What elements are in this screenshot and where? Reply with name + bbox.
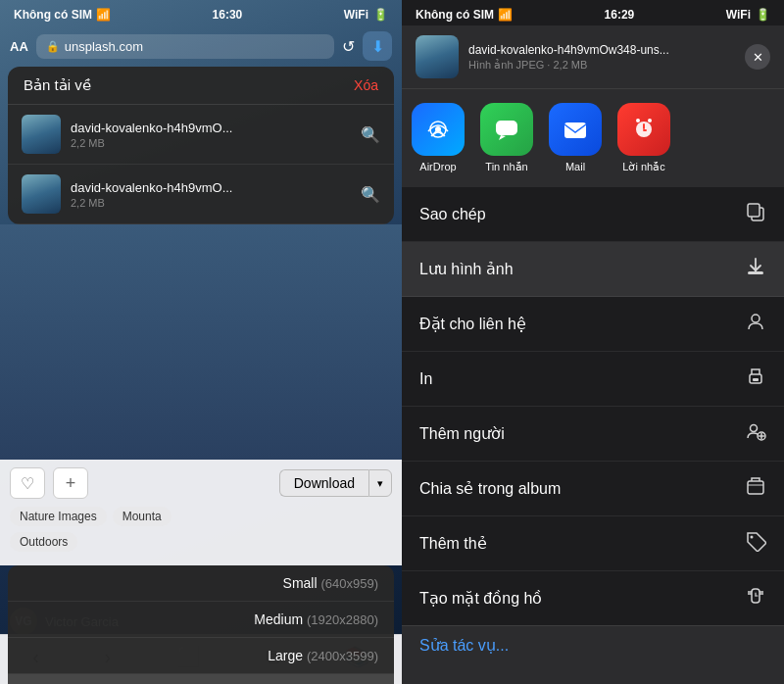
download-name-2: david-kovalenko-h4h9vmO... xyxy=(71,180,351,195)
tag-mountain[interactable]: Mounta xyxy=(113,507,172,526)
action-watch-label: Tạo mặt đồng hồ xyxy=(419,589,542,608)
action-album-label: Chia sẻ trong album xyxy=(419,479,561,498)
svg-rect-7 xyxy=(643,123,645,129)
svg-rect-19 xyxy=(748,481,763,494)
size-small-dims: (640x959) xyxy=(320,576,378,591)
search-download-2-button[interactable]: 🔍 xyxy=(361,185,380,204)
svg-rect-11 xyxy=(748,271,763,274)
action-print[interactable]: In xyxy=(402,352,784,407)
download-arrow-icon: ⬇ xyxy=(371,37,384,56)
delete-button[interactable]: Xóa xyxy=(354,77,378,93)
download-main-button[interactable]: Download xyxy=(279,469,368,497)
size-large-label: Large xyxy=(268,648,303,663)
share-apps-row: AirDrop Tin nhắn Mail xyxy=(402,89,784,187)
share-header: david-kovalenko-h4h9vmOw348-uns... Hình … xyxy=(402,25,784,89)
svg-point-12 xyxy=(752,315,760,322)
action-add-person[interactable]: Thêm người xyxy=(402,407,784,462)
page-background xyxy=(0,224,402,460)
right-status-bar: Không có SIM 📶 16:29 WiFi 🔋 xyxy=(402,0,784,25)
action-save-image[interactable]: Lưu hình ảnh xyxy=(402,242,784,297)
share-bottom: Sửa tác vụ... xyxy=(402,625,784,684)
action-copy[interactable]: Sao chép xyxy=(402,187,784,242)
size-medium-label: Medium xyxy=(254,611,303,627)
share-app-messages[interactable]: Tin nhắn xyxy=(480,103,533,173)
action-assign-contact[interactable]: Đặt cho liên hệ xyxy=(402,297,784,352)
svg-rect-2 xyxy=(496,121,517,135)
copy-icon xyxy=(745,201,766,227)
share-app-mail[interactable]: Mail xyxy=(549,103,602,173)
tag-outdoors[interactable]: Outdoors xyxy=(10,532,77,552)
right-panel: Không có SIM 📶 16:29 WiFi 🔋 david-kovale… xyxy=(402,0,784,684)
download-item-2[interactable]: david-kovalenko-h4h9vmO... 2,2 MB 🔍 xyxy=(8,165,394,224)
download-thumb-1 xyxy=(22,115,61,154)
action-assign-label: Đặt cho liên hệ xyxy=(419,315,526,333)
share-filename: david-kovalenko-h4h9vmOw348-uns... xyxy=(468,43,735,57)
time-display: 16:30 xyxy=(213,8,243,22)
download-panel: Bản tải về Xóa david-kovalenko-h4h9vmO..… xyxy=(8,67,394,224)
reminders-label: Lời nhắc xyxy=(622,161,664,173)
size-large[interactable]: Large (2400x3599) xyxy=(8,638,394,674)
action-add-person-label: Thêm người xyxy=(419,424,505,443)
size-small[interactable]: Small (640x959) xyxy=(8,565,394,602)
size-medium-dims: (1920x2880) xyxy=(307,612,378,627)
right-time: 16:29 xyxy=(605,8,635,22)
share-file-info: david-kovalenko-h4h9vmOw348-uns... Hình … xyxy=(468,43,735,72)
download-info-2: david-kovalenko-h4h9vmO... 2,2 MB xyxy=(71,180,351,209)
left-status-bar: Không có SIM 📶 16:30 WiFi 🔋 xyxy=(0,0,402,25)
print-icon xyxy=(745,366,766,392)
download-size-2: 2,2 MB xyxy=(71,197,351,209)
signal-icon: 📶 xyxy=(96,8,111,22)
share-actions-list: Sao chép Lưu hình ảnh Đặt cho liên hệ xyxy=(402,187,784,625)
share-app-reminders[interactable]: Lời nhắc xyxy=(617,103,670,173)
svg-point-15 xyxy=(751,425,758,432)
lock-icon: 🔒 xyxy=(46,40,60,53)
tag-nature[interactable]: Nature Images xyxy=(10,507,107,526)
search-download-1-button[interactable]: 🔍 xyxy=(361,125,380,144)
download-panel-title: Bản tải về xyxy=(24,76,91,94)
svg-point-6 xyxy=(648,119,652,122)
mail-label: Mail xyxy=(565,161,585,172)
heart-button[interactable]: ♡ xyxy=(10,467,45,499)
svg-rect-14 xyxy=(753,378,759,381)
mail-icon xyxy=(549,103,602,156)
close-share-button[interactable]: ✕ xyxy=(745,44,770,70)
download-indicator-button[interactable]: ⬇ xyxy=(363,31,392,61)
airdrop-label: AirDrop xyxy=(419,161,456,172)
right-status-icons: WiFi 🔋 xyxy=(726,8,770,22)
edit-actions-button[interactable]: Sửa tác vụ... xyxy=(419,636,509,655)
download-item-1[interactable]: david-kovalenko-h4h9vmO... 2,2 MB 🔍 xyxy=(8,105,394,165)
wifi-icon: WiFi xyxy=(344,8,368,22)
aa-button[interactable]: AA xyxy=(10,39,28,54)
messages-icon xyxy=(480,103,533,156)
save-image-icon xyxy=(745,256,766,282)
svg-rect-3 xyxy=(564,122,586,138)
action-share-album[interactable]: Chia sẻ trong album xyxy=(402,462,784,516)
download-thumb-2 xyxy=(22,174,61,214)
share-file-thumbnail xyxy=(416,35,459,78)
action-save-label: Lưu hình ảnh xyxy=(419,260,514,278)
size-medium[interactable]: Medium (1920x2880) xyxy=(8,602,394,638)
reload-button[interactable]: ↺ xyxy=(342,37,355,56)
tag-icon xyxy=(745,530,766,557)
action-add-tag[interactable]: Thêm thẻ xyxy=(402,516,784,571)
left-panel: Không có SIM 📶 16:30 WiFi 🔋 AA 🔒 unsplas… xyxy=(0,0,402,684)
action-bar: ♡ + Download ▾ xyxy=(10,467,392,499)
address-bar: AA 🔒 unsplash.com ↺ ⬇ xyxy=(0,25,402,67)
download-size-toggle-button[interactable]: ▾ xyxy=(368,469,392,497)
share-file-meta: Hình ảnh JPEG · 2,2 MB xyxy=(468,59,735,72)
url-bar[interactable]: 🔒 unsplash.com xyxy=(36,34,334,59)
svg-point-5 xyxy=(636,119,640,122)
tags-row-2: Outdoors xyxy=(10,532,392,552)
reminders-icon xyxy=(617,103,670,156)
action-watch-face[interactable]: Tạo mặt đồng hồ xyxy=(402,571,784,625)
add-person-icon xyxy=(745,420,766,447)
tags-row: Nature Images Mounta xyxy=(10,507,392,526)
action-copy-label: Sao chép xyxy=(419,206,486,223)
plus-button[interactable]: + xyxy=(53,467,88,499)
share-app-airdrop[interactable]: AirDrop xyxy=(412,103,465,173)
size-original[interactable]: Original Size (3506x5259) xyxy=(8,674,394,684)
right-wifi-icon: WiFi xyxy=(726,8,751,22)
status-right: WiFi 🔋 xyxy=(344,8,388,22)
watch-face-icon xyxy=(745,585,766,611)
bottom-area: ♡ + Download ▾ Nature Images Mounta Outd… xyxy=(0,460,402,565)
